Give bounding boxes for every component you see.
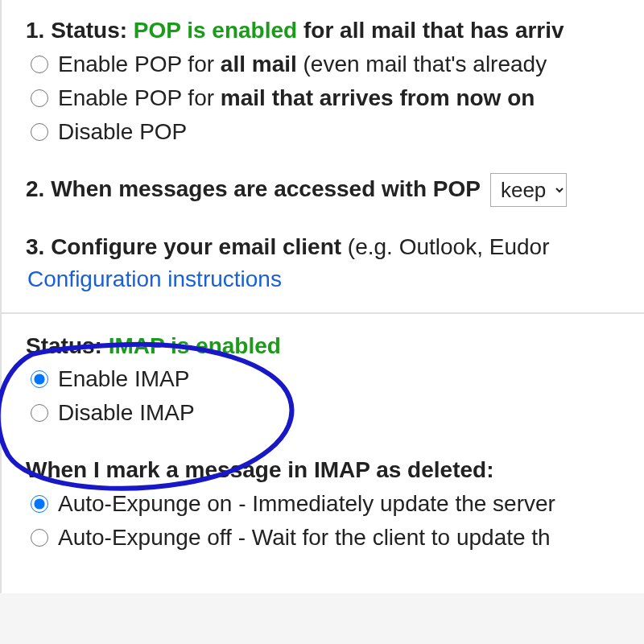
configuration-instructions-link[interactable]: Configuration instructions: [26, 263, 644, 296]
pop-enable-all-row: Enable POP for all mail (even mail that'…: [31, 47, 644, 81]
pop-access-heading: 2. When messages are accessed with POP: [26, 173, 481, 206]
imap-disable-label: Disable IMAP: [58, 396, 195, 430]
expunge-on-radio[interactable]: [31, 495, 48, 513]
pop-access-text: When messages are accessed with POP: [51, 176, 481, 201]
pop-status-section: 1. Status: POP is enabled for all mail t…: [26, 14, 644, 149]
expunge-on-row: Auto-Expunge on - Immediately update the…: [31, 487, 644, 521]
divider: [2, 312, 644, 314]
section-number-3: 3.: [26, 234, 44, 259]
section-number-2: 2.: [26, 176, 44, 201]
imap-disable-row: Disable IMAP: [31, 396, 644, 430]
section-number-1: 1.: [26, 18, 44, 43]
imap-status-label: Status:: [26, 333, 102, 358]
status-label: Status:: [51, 18, 127, 43]
pop-enable-new-row: Enable POP for mail that arrives from no…: [31, 81, 644, 115]
expunge-off-label: Auto-Expunge off - Wait for the client t…: [58, 521, 551, 555]
configure-section: 3. Configure your email client (e.g. Out…: [26, 231, 644, 296]
pop-disable-row: Disable POP: [31, 115, 644, 149]
imap-enable-label: Enable IMAP: [58, 362, 189, 396]
imap-enable-radio[interactable]: [31, 370, 48, 388]
pop-enable-all-radio[interactable]: [31, 56, 48, 73]
configure-text: Configure your email client: [51, 234, 341, 259]
pop-disable-radio[interactable]: [31, 123, 48, 141]
pop-enable-all-label: Enable POP for all mail (even mail that'…: [58, 47, 547, 81]
expunge-off-row: Auto-Expunge off - Wait for the client t…: [31, 521, 644, 555]
expunge-on-label: Auto-Expunge on - Immediately update the…: [58, 487, 555, 521]
imap-status-section: Status: IMAP is enabled Enable IMAP Disa…: [26, 330, 644, 431]
pop-disable-label: Disable POP: [58, 115, 187, 149]
expunge-heading: When I mark a message in IMAP as deleted…: [26, 454, 644, 487]
imap-enable-row: Enable IMAP: [31, 362, 644, 396]
imap-disable-radio[interactable]: [31, 404, 48, 422]
imap-status-heading: Status: IMAP is enabled: [26, 330, 644, 363]
configure-suffix: (e.g. Outlook, Eudor: [341, 234, 549, 259]
expunge-off-radio[interactable]: [31, 529, 48, 547]
pop-status-suffix: for all mail that has arriv: [297, 18, 564, 43]
pop-status-value: POP is enabled: [134, 18, 297, 43]
pop-enable-new-radio[interactable]: [31, 89, 48, 107]
pop-enable-new-label: Enable POP for mail that arrives from no…: [58, 81, 535, 115]
imap-status-value: IMAP is enabled: [109, 333, 281, 358]
pop-access-section: 2. When messages are accessed with POP k…: [26, 173, 644, 207]
configure-heading: 3. Configure your email client (e.g. Out…: [26, 231, 644, 264]
pop-access-select[interactable]: keep: [490, 173, 567, 207]
expunge-section: When I mark a message in IMAP as deleted…: [26, 454, 644, 555]
pop-status-heading: 1. Status: POP is enabled for all mail t…: [26, 14, 644, 47]
